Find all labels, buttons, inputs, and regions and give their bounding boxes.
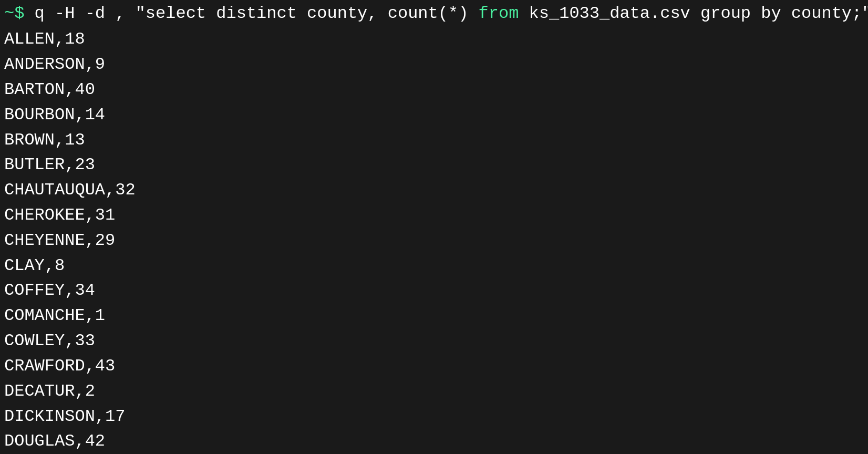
- data-row: ANDERSON,9: [0, 52, 868, 77]
- data-row: DOUGLAS,42: [0, 429, 868, 454]
- data-row: CHAUTAUQUA,32: [0, 178, 868, 203]
- data-row: COWLEY,33: [0, 328, 868, 354]
- command-line: ~$ q -H -d , "select distinct county, co…: [0, 0, 868, 27]
- data-row: DICKINSON,17: [0, 404, 868, 429]
- data-row: BARTON,40: [0, 77, 868, 102]
- data-row: CHEYENNE,29: [0, 228, 868, 253]
- prompt-tilde: ~$: [4, 2, 24, 25]
- data-row: CHEROKEE,31: [0, 203, 868, 228]
- terminal-window: ~$ q -H -d , "select distinct county, co…: [0, 0, 868, 454]
- data-row: CRAWFORD,43: [0, 354, 868, 379]
- data-row: BROWN,13: [0, 128, 868, 153]
- data-row: CLAY,8: [0, 253, 868, 278]
- command-text: q -H -d , "select distinct county, count…: [24, 2, 868, 25]
- data-row: COFFEY,34: [0, 278, 868, 303]
- data-row: COMANCHE,1: [0, 303, 868, 328]
- data-row: DECATUR,2: [0, 379, 868, 404]
- data-row: BOURBON,14: [0, 102, 868, 128]
- data-row: ALLEN,18: [0, 27, 868, 52]
- data-rows-container: ALLEN,18ANDERSON,9BARTON,40BOURBON,14BRO…: [0, 27, 868, 454]
- data-row: BUTLER,23: [0, 152, 868, 178]
